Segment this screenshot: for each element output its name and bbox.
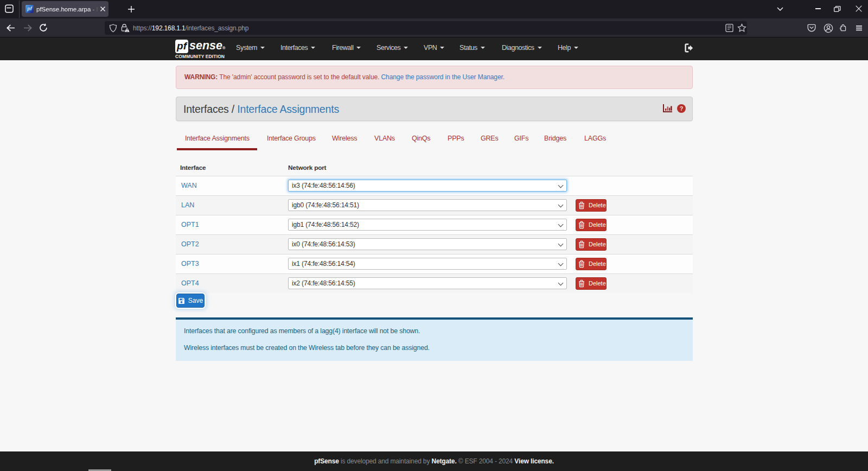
svg-text:?: ?: [680, 105, 684, 112]
